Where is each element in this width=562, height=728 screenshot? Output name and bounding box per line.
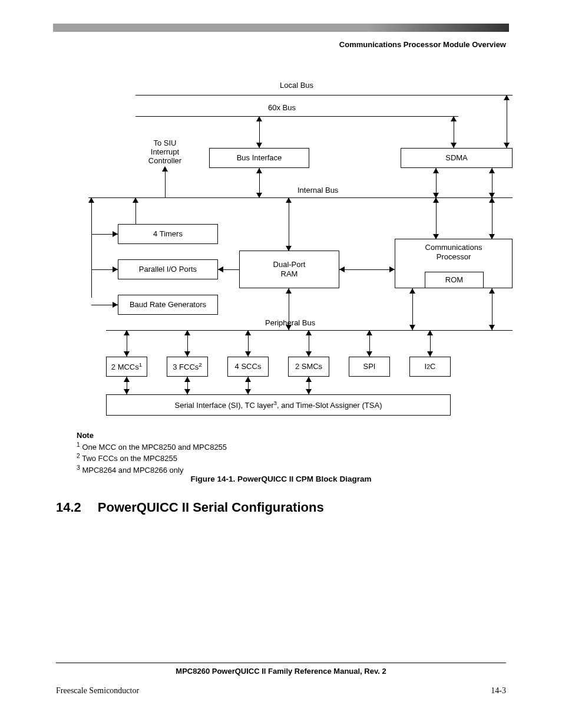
line [339,269,395,270]
notes-block: Note 1 One MCC on the MPC8250 and MPC825… [77,430,227,476]
local-bus-line [135,95,513,95]
si-label: Serial Interface (SI), TC layer3, and Ti… [175,400,382,410]
dpr-l1: Dual-Port [273,260,306,269]
box-pio: Parallel I/O Ports [118,259,218,279]
mcc-label: 2 MCCs1 [111,361,142,372]
arrow-icon [124,351,130,357]
fcc-label: 3 FCCs2 [173,361,202,372]
box-bus-interface: Bus Interface [209,148,309,168]
arrow-icon [286,288,292,294]
note-heading: Note [77,430,227,441]
footer-right: 14-3 [491,686,506,696]
arrow-icon [256,143,262,148]
arrow-icon [489,325,495,330]
arrow-icon [245,330,251,335]
arrow-icon [409,288,415,294]
arrow-icon [113,302,118,308]
arrow-icon [184,351,190,357]
arrow-icon [427,351,433,357]
arrow-icon [184,377,190,382]
arrow-icon [184,330,190,335]
timers-label: 4 Timers [153,229,183,239]
60x-bus-line [135,116,458,117]
arrow-icon [286,197,292,203]
arrow-icon [306,351,312,357]
line [289,197,289,251]
arrow-icon [124,377,130,382]
line [492,197,492,239]
arrow-icon [286,246,292,251]
label-local-bus: Local Bus [280,81,313,90]
section-number: 14.2 [56,500,81,515]
footer-left: Freescale Semiconductor [56,686,139,696]
arrow-icon [389,266,395,272]
line [91,197,92,298]
section-heading: 14.2PowerQUICC II Serial Configurations [56,500,324,515]
arrow-icon [256,193,262,198]
arrow-icon [245,389,251,394]
line [492,288,492,330]
box-spi: SPI [349,357,390,377]
arrow-icon [256,116,262,121]
box-brg: Baud Rate Generators [118,295,218,315]
sdma-label: SDMA [445,153,468,163]
arrow-icon [489,288,495,294]
figure-caption: Figure 14-1. PowerQUICC II CPM Block Dia… [0,475,562,483]
arrow-icon [409,325,415,330]
note-1: 1 One MCC on the MPC8250 and MPC8255 [77,441,227,453]
internal-bus-line [88,197,513,198]
arrow-icon [306,330,312,335]
arrow-icon [504,143,510,148]
box-smc: 2 SMCs [288,357,329,377]
arrow-icon [489,168,495,173]
arrow-icon [88,197,94,203]
to-siu-l2: Interrupt [151,147,179,156]
arrow-icon [133,197,138,203]
brg-label: Baud Rate Generators [130,300,206,309]
note-2: 2 Two FCCs on the MPC8255 [77,452,227,464]
box-timers: 4 Timers [118,224,218,244]
arrow-icon [218,266,223,272]
arrow-icon [451,116,457,121]
box-comm-processor: Communications Processor ROM [395,239,513,288]
arrow-icon [256,168,262,173]
arrow-icon [113,266,118,272]
arrow-icon [184,389,190,394]
arrow-icon [339,266,345,272]
line [412,288,413,330]
header-bar-gradient [368,24,509,32]
i2c-label: I2C [425,362,436,371]
block-diagram: Local Bus 60x Bus To SIU Interrupt Contr… [106,80,511,427]
arrow-icon [162,166,168,172]
arrow-icon [366,351,372,357]
box-mcc: 2 MCCs1 [106,357,147,377]
arrow-icon [124,389,130,394]
box-serial-interface: Serial Interface (SI), TC layer3, and Ti… [106,394,451,416]
box-scc: 4 SCCs [227,357,269,377]
arrow-icon [245,351,251,357]
arrow-icon [504,95,510,100]
line [436,197,437,239]
page-header-title: Communications Processor Module Overview [339,40,506,49]
arrow-icon [124,330,130,335]
box-i2c: I2C [409,357,451,377]
arrow-icon [489,234,495,239]
label-60x-bus: 60x Bus [268,103,296,112]
cp-l2: Processor [437,252,471,262]
box-fcc: 3 FCCs2 [167,357,208,377]
spi-label: SPI [363,362,376,371]
arrow-icon [433,197,439,203]
bus-interface-label: Bus Interface [237,153,282,163]
box-dual-port-ram: Dual-Port RAM [239,251,339,288]
footer-manual-title: MPC8260 PowerQUICC II Family Reference M… [56,667,506,676]
local-to-sdma-line [507,95,507,148]
line [165,168,166,197]
to-siu-l1: To SIU [153,139,176,147]
arrow-icon [366,330,372,335]
arrow-icon [245,377,251,382]
arrow-icon [489,197,495,203]
line [289,288,289,330]
rom-label: ROM [445,275,463,285]
label-to-siu: To SIU Interrupt Controller [135,139,194,165]
cp-l1: Communications [425,243,482,252]
